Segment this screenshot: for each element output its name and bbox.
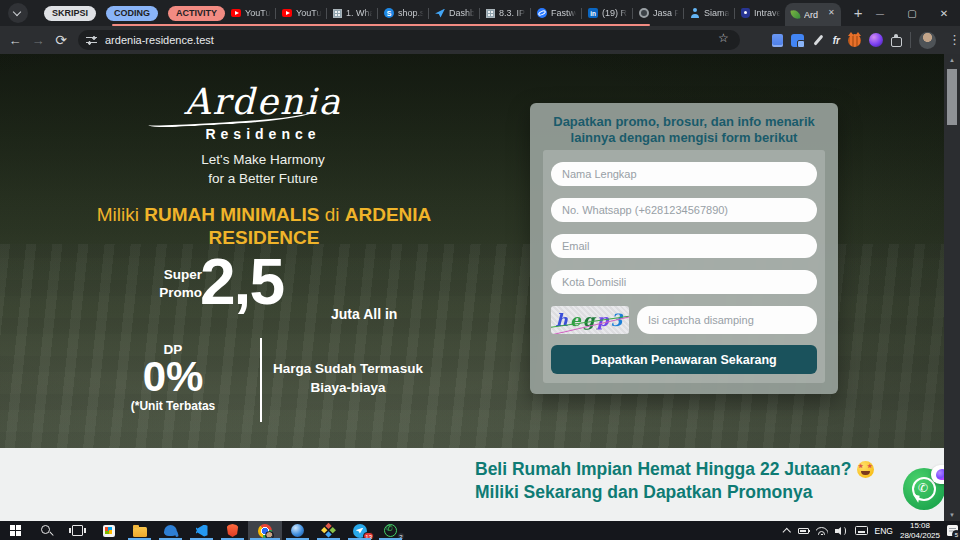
taskbar-app-elephant[interactable]	[155, 521, 186, 540]
headline-part: di	[325, 204, 340, 225]
bookmark-star-icon[interactable]	[718, 33, 732, 47]
vscode-icon	[196, 525, 208, 537]
tab-groups-button[interactable]	[8, 3, 28, 23]
url-text[interactable]: ardenia-residence.test	[105, 34, 718, 46]
tab-title: Fastwor	[551, 8, 578, 18]
tab-1-what[interactable]: 1. What	[327, 0, 377, 26]
tab-youtube-2[interactable]: YouTub	[276, 0, 326, 26]
docs-extension-icon[interactable]	[772, 34, 783, 47]
email-input[interactable]	[551, 234, 817, 258]
taskbar-app-diamond[interactable]	[313, 521, 344, 540]
windows-logo-icon	[10, 525, 22, 537]
captcha-input[interactable]	[637, 306, 817, 334]
address-bar[interactable]: ardenia-residence.test	[78, 30, 740, 50]
star-struck-emoji	[857, 461, 874, 478]
translate-extension-icon[interactable]	[791, 34, 804, 47]
whatsapp-badge: 2	[397, 532, 405, 540]
browser-menu-icon[interactable]	[944, 32, 956, 48]
browser-window: SKRIPSI CODING ACTIVITY YouTub YouTub 1.…	[0, 0, 960, 540]
reload-button[interactable]	[52, 31, 70, 49]
elephant-app-icon	[164, 525, 177, 536]
brand-subname: Residence	[138, 126, 388, 142]
ai-assistant-badge[interactable]	[931, 465, 944, 484]
taskbar-app-whatsapp[interactable]: 2	[375, 521, 406, 540]
form-title: Dapatkan promo, brosur, dan info menarik…	[544, 114, 824, 147]
shield-icon	[741, 8, 750, 18]
whatsapp-input[interactable]	[551, 198, 817, 222]
eyedropper-extension-icon[interactable]	[812, 34, 825, 47]
profile-avatar[interactable]	[919, 32, 936, 49]
tray-date: 28/04/2025	[900, 531, 940, 540]
task-view-button[interactable]	[62, 521, 93, 540]
atom-icon	[537, 8, 547, 18]
tab-fastwork[interactable]: Fastwor	[531, 0, 581, 26]
tab-youtube-1[interactable]: YouTub	[225, 0, 275, 26]
super-promo-label: Super Promo	[140, 266, 202, 302]
taskbar-app-sphere[interactable]	[282, 521, 313, 540]
extensions-icon[interactable]	[891, 37, 902, 47]
font-extension-icon[interactable]: fr	[833, 35, 840, 46]
tab-group-skripsi[interactable]: SKRIPSI	[44, 6, 96, 21]
tab-siamah[interactable]: Siamah	[684, 0, 734, 26]
tab-title: 8.3. IP K	[499, 8, 527, 18]
close-tab-icon[interactable]	[828, 10, 838, 20]
close-window-button[interactable]	[928, 0, 960, 26]
dp-promo: DP 0% (*Unit Terbatas	[122, 342, 224, 413]
tab-dashboard[interactable]: Dashbo	[429, 0, 479, 26]
web-page: Ardenia Residence Let's Make Harmony for…	[0, 54, 944, 521]
page-scrollbar[interactable]	[944, 54, 960, 521]
tab-title: YouTub	[296, 8, 323, 18]
city-input[interactable]	[551, 270, 817, 294]
scrollbar-thumb[interactable]	[947, 69, 957, 125]
taskbar-app-chrome[interactable]	[248, 521, 282, 540]
battery-icon[interactable]	[798, 528, 809, 534]
language-indicator[interactable]: ENG	[875, 526, 893, 536]
taskbar-app-telegram[interactable]: 13	[344, 521, 375, 540]
captcha-text: hegp3	[556, 310, 625, 330]
spreadsheet-icon	[486, 9, 495, 18]
submit-button[interactable]: Dapatkan Penawaran Sekarang	[551, 345, 817, 374]
cat-extension-icon[interactable]	[848, 34, 861, 47]
brand-logo: Ardenia Residence Let's Make Harmony for…	[138, 84, 388, 189]
form-panel: hegp3 Dapatkan Penawaran Sekarang	[543, 150, 825, 383]
taskbar-app-store[interactable]	[93, 521, 124, 540]
touch-keyboard-icon[interactable]	[855, 526, 868, 535]
start-button[interactable]	[0, 521, 31, 540]
forward-button[interactable]	[29, 31, 47, 49]
tab-shopsa[interactable]: S shop.sa	[378, 0, 428, 26]
tab-group-coding[interactable]: CODING	[106, 6, 158, 21]
tab-83-ip[interactable]: 8.3. IP K	[480, 0, 530, 26]
taskbar-app-explorer[interactable]	[124, 521, 155, 540]
headline-part: RUMAH MINIMALIS	[144, 204, 319, 225]
action-center-icon[interactable]: 5	[947, 525, 958, 536]
brain-icon	[936, 469, 945, 480]
back-button[interactable]	[6, 31, 24, 49]
brand-tagline-line2: for a Better Future	[138, 170, 388, 189]
clock[interactable]: 15:08 28/04/2025	[900, 521, 940, 540]
wifi-icon[interactable]	[816, 526, 828, 535]
scroll-up-arrow[interactable]	[944, 54, 960, 67]
tab-group-activity[interactable]: ACTIVITY	[168, 6, 225, 21]
blue-bird-icon	[435, 9, 445, 18]
tab-linkedin[interactable]: in (19) Res	[582, 0, 632, 26]
minimize-button[interactable]	[864, 0, 896, 26]
taskbar-app-vscode[interactable]	[186, 521, 217, 540]
tab-title: Ard	[804, 10, 824, 20]
price-includes-note: Harga Sudah Termasuk Biaya-biaya	[270, 360, 426, 398]
headline-part: Miliki	[97, 204, 139, 225]
scroll-down-arrow[interactable]	[944, 508, 960, 521]
name-input[interactable]	[551, 162, 817, 186]
taskbar-app-brave[interactable]	[217, 521, 248, 540]
tab-title: (19) Res	[602, 8, 629, 18]
ai-extension-icon[interactable]	[869, 33, 883, 47]
tab-jasa[interactable]: Jasa Pe	[633, 0, 683, 26]
tab-ardenia-active[interactable]: Ard	[785, 3, 841, 26]
tray-expand-icon[interactable]	[783, 528, 791, 534]
leaf-icon	[790, 9, 800, 19]
taskbar-search-button[interactable]	[31, 521, 62, 540]
ring-logo-icon	[639, 8, 649, 18]
tab-intravel[interactable]: Intrave	[735, 0, 785, 26]
volume-icon[interactable]	[835, 526, 848, 536]
maximize-button[interactable]	[896, 0, 928, 26]
dp-note: (*Unit Terbatas	[122, 399, 224, 413]
